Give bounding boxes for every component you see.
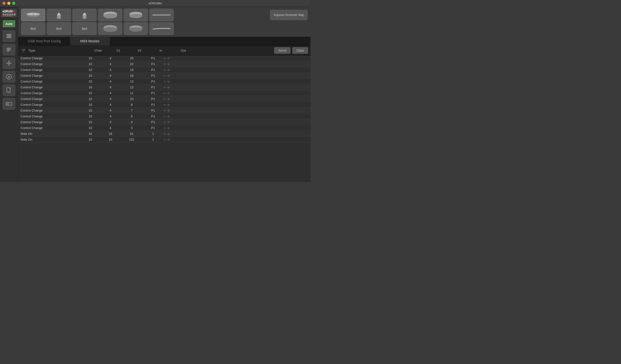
monitor-row: Control Change 10 4 10 P1 ▭ ◎ <box>18 96 310 102</box>
svg-rect-25 <box>8 104 9 105</box>
row-in: P1 <box>145 97 162 101</box>
instrument-snare-c[interactable] <box>124 22 148 35</box>
svg-point-35 <box>83 13 86 15</box>
instrument-snare-1[interactable] <box>98 9 122 21</box>
out-circle-icon: ◎ <box>167 103 170 106</box>
row-type: Control Change <box>21 120 79 124</box>
instrument-hi-hat-bell[interactable] <box>47 9 71 21</box>
row-out: ▭ ◎ <box>163 91 188 95</box>
instrument-stick-2[interactable] <box>149 22 174 35</box>
row-v2: 11 <box>121 91 143 95</box>
sidebar-item-text-editor[interactable] <box>3 44 15 55</box>
out-midi-icon: ▭ <box>163 138 166 141</box>
monitor-row: Control Change 10 4 12 P1 ▭ ◎ <box>18 84 310 90</box>
instrument-hi-hat-bow[interactable] <box>21 9 45 21</box>
monitor-row: Control Change 10 4 19 P1 ▭ ◎ <box>18 67 310 73</box>
svg-rect-20 <box>7 103 7 104</box>
row-out: ▭ ◎ <box>163 97 188 100</box>
row-type: Note On <box>21 138 79 141</box>
out-circle-icon: ◎ <box>167 63 170 66</box>
tab-midi-monitor[interactable]: MIDI Monitor <box>70 37 109 46</box>
monitor-row: Control Change 10 4 0 P1 ▭ ◎ <box>18 125 310 131</box>
tab-bar: USB Host Port Config MIDI Monitor <box>18 37 310 46</box>
row-chan: 16 <box>81 138 100 141</box>
out-circle-icon: ◎ <box>167 120 170 124</box>
row-in: P1 <box>145 62 162 66</box>
superior-drummer-btn[interactable]: Superior Drummer Map <box>270 10 308 20</box>
col-header-out: Out <box>171 49 195 52</box>
monitor-row: Note On 16 10 121 1 ▭ ◎ <box>18 137 310 143</box>
instrument-bar: Superior Drummer Map Bell Bell Bell <box>18 7 310 37</box>
instrument-stick[interactable] <box>149 9 174 21</box>
sidebar-item-routing[interactable] <box>3 57 15 69</box>
clear-button[interactable]: Clear <box>292 47 308 54</box>
out-circle-icon: ◎ <box>167 138 170 141</box>
sidebar-item-list[interactable] <box>3 30 15 42</box>
row-type: Control Change <box>21 115 79 118</box>
sidebar-item-hardware[interactable] <box>3 98 15 110</box>
row-in: P1 <box>145 120 162 124</box>
monitor-row: Note On 16 18 61 1 ▭ ◎ <box>18 131 310 137</box>
out-midi-icon: ▭ <box>163 74 166 77</box>
svg-rect-24 <box>7 104 8 105</box>
row-chan: 10 <box>81 120 100 124</box>
svg-text:PDF: PDF <box>7 91 11 93</box>
row-chan: 16 <box>81 132 100 135</box>
row-v1: 4 <box>102 120 119 124</box>
out-circle-icon: ◎ <box>167 57 170 60</box>
out-midi-icon: ▭ <box>163 57 166 60</box>
row-type: Control Change <box>21 62 79 66</box>
row-out: ▭ ◎ <box>163 57 188 60</box>
out-circle-icon: ◎ <box>167 126 170 130</box>
filter-icon[interactable] <box>21 48 26 53</box>
row-v2: 22 <box>121 62 143 66</box>
row-in: P1 <box>145 115 162 118</box>
row-type: Control Change <box>21 109 79 112</box>
instrument-snare-b[interactable] <box>98 22 122 35</box>
maximize-button[interactable] <box>12 2 15 5</box>
row-v2: 19 <box>121 68 143 72</box>
monitor-row: Control Change 10 4 16 P1 ▭ ◎ <box>18 73 310 79</box>
row-type: Control Change <box>21 97 79 101</box>
instrument-snare-2[interactable] <box>124 9 148 21</box>
row-v2: 6 <box>121 115 143 118</box>
row-chan: 10 <box>81 91 100 95</box>
row-v1: 18 <box>102 132 119 135</box>
close-button[interactable] <box>2 2 6 5</box>
row-out: ▭ ◎ <box>163 138 188 141</box>
auto-button[interactable]: Auto <box>3 20 15 27</box>
row-chan: 10 <box>81 68 100 72</box>
logo-dot-6 <box>14 14 15 16</box>
row-v2: 61 <box>121 132 143 135</box>
row-v1: 4 <box>102 56 119 60</box>
sidebar: eDRUMin Auto <box>0 7 18 182</box>
row-out: ▭ ◎ <box>163 68 188 71</box>
svg-point-49 <box>104 27 117 32</box>
sidebar-item-pdf[interactable]: PDF <box>3 84 15 96</box>
titlebar: eDRUMin <box>0 0 310 7</box>
row-chan: 10 <box>81 80 100 83</box>
instrument-bell-2[interactable]: Bell <box>47 22 71 35</box>
row-out: ▭ ◎ <box>163 120 188 124</box>
monitor-row: Control Change 10 4 13 P1 ▭ ◎ <box>18 79 310 84</box>
row-chan: 10 <box>81 103 100 106</box>
minimize-button[interactable] <box>7 2 10 5</box>
svg-rect-21 <box>7 103 8 104</box>
bell-3-label: Bell <box>82 27 87 31</box>
out-circle-icon: ◎ <box>167 68 170 71</box>
sidebar-item-about[interactable]: A <box>3 71 15 83</box>
svg-point-12 <box>8 65 9 66</box>
row-v2: 13 <box>121 80 143 83</box>
tab-usb-host[interactable]: USB Host Port Config <box>18 37 70 46</box>
instrument-ride-bell[interactable] <box>72 9 97 21</box>
row-v1: 4 <box>102 126 119 130</box>
row-v1: 4 <box>102 91 119 95</box>
row-v2: 4 <box>121 120 143 124</box>
row-in: P1 <box>145 103 162 106</box>
instrument-bell-3[interactable]: Bell <box>72 22 97 35</box>
scroll-button[interactable]: Scroll <box>274 47 290 54</box>
out-midi-icon: ▭ <box>163 120 166 124</box>
row-in: 1 <box>145 132 162 135</box>
instrument-bell-1[interactable]: Bell <box>21 22 45 35</box>
row-v1: 4 <box>102 109 119 112</box>
